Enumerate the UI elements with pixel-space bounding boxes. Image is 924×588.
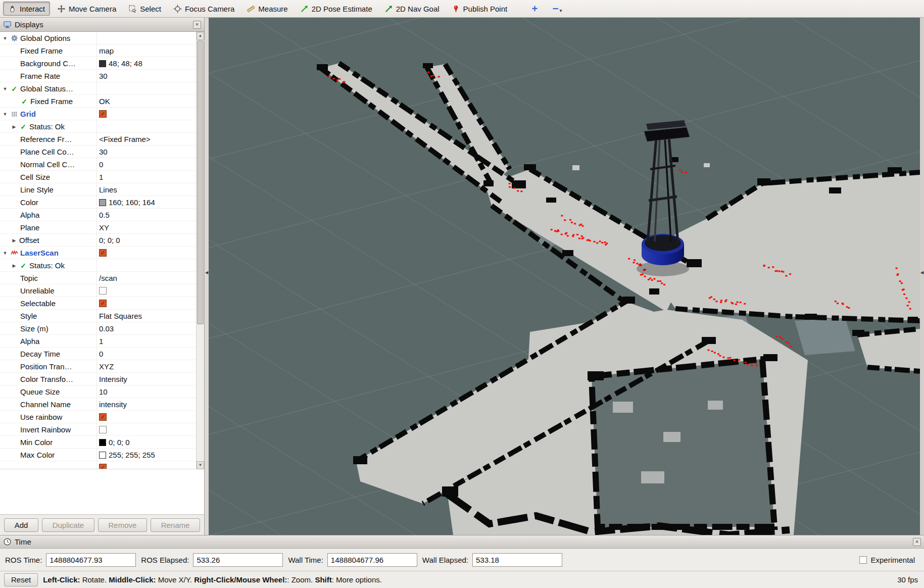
property-value-cell[interactable]: 10 <box>97 385 204 398</box>
property-value-cell[interactable]: 0; 0; 0 <box>97 234 204 247</box>
property-value-cell[interactable]: map <box>97 44 204 57</box>
property-value[interactable]: XYZ <box>99 362 114 371</box>
property-value-cell[interactable]: intensity <box>97 398 204 411</box>
property-value[interactable]: 10 <box>99 387 108 396</box>
property-value-cell[interactable]: ✓ <box>97 461 204 469</box>
tree-row-status-ok[interactable]: ▶✓Status: Ok <box>0 259 204 272</box>
property-value-cell[interactable]: 255; 255; 255 <box>97 449 204 461</box>
tree-row-global-status[interactable]: ▼✓Global Status… <box>0 82 204 95</box>
tree-row-use-rainbow[interactable]: Use rainbow✓ <box>0 411 204 423</box>
property-value[interactable]: map <box>99 46 114 55</box>
tool-button-2d-nav-goal[interactable]: 2D Nav Goal <box>379 2 445 16</box>
color-swatch[interactable] <box>99 439 106 446</box>
tree-row-position-tran[interactable]: Position Tran…XYZ <box>0 360 204 373</box>
color-swatch[interactable] <box>99 60 106 67</box>
scrollbar-thumb[interactable] <box>197 40 204 324</box>
add-button[interactable]: Add <box>4 518 38 532</box>
add-tool-button[interactable]: + <box>527 3 542 15</box>
tree-row-channel-name[interactable]: Channel Nameintensity <box>0 398 204 411</box>
color-swatch[interactable] <box>99 199 106 206</box>
remove-tool-button[interactable]: −▾ <box>551 3 563 15</box>
tree-row-plane[interactable]: PlaneXY <box>0 221 204 234</box>
property-value[interactable]: 0; 0; 0 <box>109 438 130 447</box>
property-value-cell[interactable]: 1 <box>97 335 204 348</box>
property-value[interactable]: 0 <box>99 160 103 169</box>
tree-row-offset[interactable]: ▶Offset0; 0; 0 <box>0 234 204 247</box>
tree-row-cell-size[interactable]: Cell Size1 <box>0 171 204 183</box>
expander-closed-icon[interactable]: ▶ <box>11 263 17 268</box>
property-value-cell[interactable]: Flat Squares <box>97 310 204 322</box>
tree-row-topic[interactable]: Topic/scan <box>0 272 204 284</box>
wall-time-input[interactable] <box>327 553 417 567</box>
property-value[interactable]: OK <box>99 97 110 106</box>
tool-button-move-camera[interactable]: Move Camera <box>52 2 121 16</box>
3d-viewport[interactable] <box>209 18 920 535</box>
property-value-cell[interactable]: 0 <box>97 158 204 171</box>
tree-row-alpha[interactable]: Alpha0.5 <box>0 209 204 221</box>
tree-row-reference-fr[interactable]: Reference Fr…<Fixed Frame> <box>0 133 204 145</box>
property-value[interactable]: Lines <box>99 185 117 194</box>
property-value-cell[interactable] <box>97 82 204 95</box>
tree-row-plane-cell-co[interactable]: Plane Cell Co…30 <box>0 145 204 158</box>
property-value-cell[interactable]: Intensity <box>97 373 204 385</box>
property-value-cell[interactable] <box>97 32 204 44</box>
collapse-right-icon[interactable]: ◀ <box>920 270 924 275</box>
property-checkbox[interactable]: ✓ <box>99 110 107 118</box>
tool-button-select[interactable]: Select <box>123 2 166 16</box>
property-value-cell[interactable] <box>97 423 204 436</box>
property-value[interactable]: /scan <box>99 274 117 282</box>
property-value[interactable]: intensity <box>99 400 127 409</box>
tree-row-size-m[interactable]: Size (m)0.03 <box>0 322 204 335</box>
tree-row-fixed-frame[interactable]: ✓Fixed FrameOK <box>0 95 204 108</box>
expander-open-icon[interactable]: ▼ <box>2 112 8 117</box>
property-value-cell[interactable]: ✓ <box>97 108 204 120</box>
tree-row-color-transfo[interactable]: Color Transfo…Intensity <box>0 373 204 385</box>
property-value[interactable]: 255; 255; 255 <box>109 451 155 459</box>
experimental-checkbox[interactable] <box>859 556 867 564</box>
tree-row-background-c[interactable]: Background C…48; 48; 48 <box>0 57 204 70</box>
property-checkbox[interactable]: ✓ <box>99 249 107 257</box>
property-checkbox[interactable] <box>99 287 107 295</box>
property-value-cell[interactable] <box>97 259 204 272</box>
tree-row-decay-time[interactable]: Decay Time0 <box>0 348 204 360</box>
ros-elapsed-input[interactable] <box>193 553 283 567</box>
tree-row-fixed-frame[interactable]: Fixed Framemap <box>0 44 204 57</box>
close-icon[interactable]: × <box>193 21 201 29</box>
property-value[interactable]: 0.03 <box>99 324 114 333</box>
property-value-cell[interactable]: 160; 160; 164 <box>97 196 204 209</box>
tree-row-item[interactable]: ✓ <box>0 461 204 469</box>
expander-open-icon[interactable]: ▼ <box>2 36 8 41</box>
property-value-cell[interactable]: 30 <box>97 145 204 158</box>
tool-button-focus-camera[interactable]: Focus Camera <box>168 2 239 16</box>
property-checkbox[interactable]: ✓ <box>99 464 107 469</box>
property-value[interactable]: 0 <box>99 350 103 358</box>
tree-scrollbar[interactable]: ▲ ▼ <box>196 32 204 469</box>
property-value[interactable]: 0; 0; 0 <box>99 236 120 244</box>
property-value[interactable]: 30 <box>99 72 108 80</box>
tree-row-status-ok[interactable]: ▶✓Status: Ok <box>0 120 204 133</box>
tree-row-style[interactable]: StyleFlat Squares <box>0 310 204 322</box>
right-panel-splitter[interactable]: ◀ <box>920 18 924 535</box>
property-value-cell[interactable]: 0 <box>97 348 204 360</box>
property-value-cell[interactable]: ✓ <box>97 411 204 423</box>
property-value-cell[interactable]: 48; 48; 48 <box>97 57 204 70</box>
tree-row-line-style[interactable]: Line StyleLines <box>0 183 204 196</box>
property-value[interactable]: 1 <box>99 337 103 346</box>
tree-row-max-color[interactable]: Max Color255; 255; 255 <box>0 449 204 461</box>
panel-splitter[interactable]: ◀ <box>205 18 209 535</box>
tool-button-publish-point[interactable]: Publish Point <box>447 2 513 16</box>
property-value-cell[interactable] <box>97 284 204 297</box>
tree-row-alpha[interactable]: Alpha1 <box>0 335 204 348</box>
tree-row-color[interactable]: Color160; 160; 164 <box>0 196 204 209</box>
property-value[interactable]: XY <box>99 223 109 232</box>
expander-closed-icon[interactable]: ▶ <box>11 238 17 243</box>
ros-time-input[interactable] <box>46 553 136 567</box>
expander-closed-icon[interactable]: ▶ <box>11 124 17 129</box>
tree-row-grid[interactable]: ▼Grid✓ <box>0 108 204 120</box>
tool-button-measure[interactable]: Measure <box>241 2 293 16</box>
experimental-toggle[interactable]: Experimental <box>859 556 919 564</box>
property-value-cell[interactable]: 0.03 <box>97 322 204 335</box>
property-value[interactable]: <Fixed Frame> <box>99 135 151 143</box>
property-value-cell[interactable]: 1 <box>97 171 204 183</box>
close-icon[interactable]: × <box>913 538 921 546</box>
